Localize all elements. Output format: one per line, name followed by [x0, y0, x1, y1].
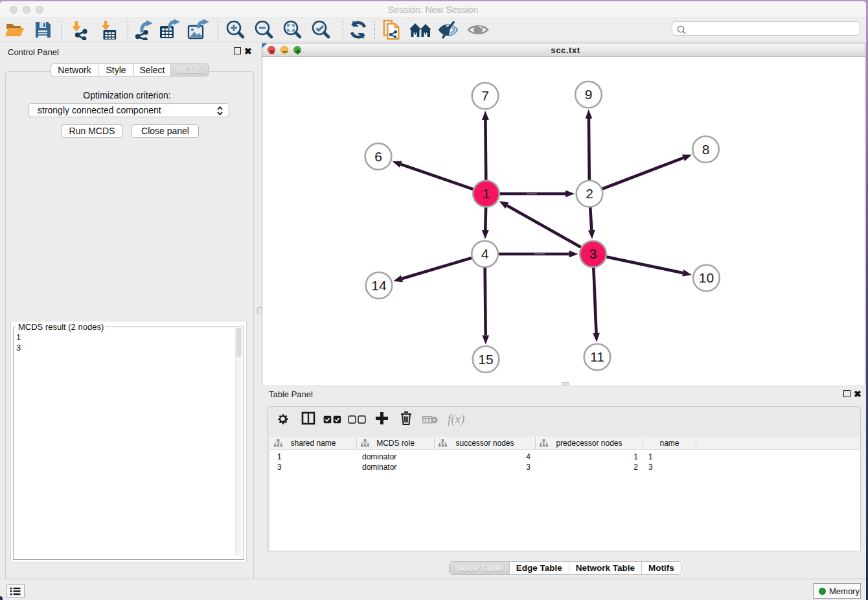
svg-text:10: 10: [699, 270, 714, 285]
svg-text:3: 3: [589, 246, 597, 261]
svg-text:7: 7: [481, 88, 489, 103]
svg-text:2: 2: [586, 186, 593, 201]
svg-text:14: 14: [371, 278, 387, 293]
svg-text:1: 1: [483, 186, 490, 201]
svg-text:8: 8: [702, 142, 710, 157]
svg-text:15: 15: [478, 352, 493, 367]
svg-text:4: 4: [481, 246, 489, 261]
svg-text:6: 6: [374, 149, 382, 164]
svg-text:9: 9: [585, 87, 593, 102]
svg-text:11: 11: [590, 349, 604, 364]
